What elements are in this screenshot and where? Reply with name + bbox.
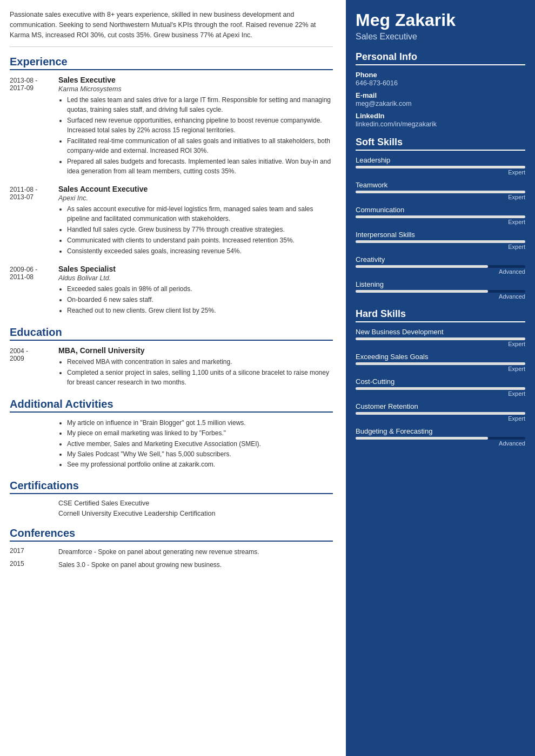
edu-1-dates: 2004 - 2009	[10, 346, 58, 388]
list-item: As sales account executive for mid-level…	[67, 204, 333, 224]
certifications-section: Certifications CSE Certified Sales Execu…	[10, 480, 333, 517]
hard-skills-title: Hard Skills	[356, 308, 525, 322]
list-item: Communicated with clients to understand …	[67, 235, 333, 245]
skill-cost-cutting-bar	[356, 387, 525, 390]
personal-info-title: Personal Info	[356, 51, 525, 65]
skill-sales-goals-label: Expert	[356, 366, 525, 372]
job-2-bullets: As sales account executive for mid-level…	[58, 204, 333, 256]
list-item: Handled full sales cycle. Grew business …	[67, 225, 333, 234]
personal-info-section: Personal Info Phone 646-873-6016 E-mail …	[356, 51, 525, 128]
job-3-bullets: Exceeded sales goals in 98% of all perio…	[58, 284, 333, 315]
conf-2: 2015 Sales 3.0 - Spoke on panel about gr…	[10, 560, 333, 570]
list-item: See my professional portfolio online at …	[67, 460, 333, 470]
skill-leadership-name: Leadership	[356, 156, 525, 164]
skill-teamwork-label: Expert	[356, 194, 525, 200]
right-column: Meg Zakarik Sales Executive Personal Inf…	[346, 0, 535, 756]
skill-cost-cutting: Cost-Cutting Expert	[356, 377, 525, 397]
activities-section: Additional Activities My article on infl…	[10, 398, 333, 470]
job-1-bullets: Led the sales team and sales drive for a…	[58, 95, 333, 176]
job-1-company: Karma Microsystems	[58, 85, 333, 93]
list-item: Active member, Sales and Marketing Execu…	[67, 439, 333, 449]
summary-text: Passionate sales executive with 8+ years…	[10, 10, 333, 47]
list-item: My article on influence in "Brain Blogge…	[67, 418, 333, 428]
list-item: Completed a senior project in sales, sel…	[67, 368, 333, 387]
phone-label: Phone	[356, 71, 525, 79]
conferences-title: Conferences	[10, 527, 333, 542]
list-item: Exceeded sales goals in 98% of all perio…	[67, 284, 333, 294]
skill-customer-retention-label: Expert	[356, 415, 525, 422]
edu-1: 2004 - 2009 MBA, Cornell University Rece…	[10, 346, 333, 388]
education-section: Education 2004 - 2009 MBA, Cornell Unive…	[10, 326, 333, 388]
skill-listening-bar	[356, 290, 525, 293]
skill-budgeting-bar	[356, 437, 525, 440]
skill-leadership-bar	[356, 166, 525, 168]
skill-customer-retention: Customer Retention Expert	[356, 402, 525, 422]
skill-cost-cutting-name: Cost-Cutting	[356, 377, 525, 386]
job-2-company: Apexi Inc.	[58, 194, 333, 202]
skill-leadership-label: Expert	[356, 169, 525, 176]
list-item: Prepared all sales budgets and forecasts…	[67, 157, 333, 176]
name-block: Meg Zakarik Sales Executive	[356, 11, 525, 42]
person-role: Sales Executive	[356, 32, 525, 42]
skill-new-biz-dev-name: New Business Development	[356, 328, 525, 336]
skill-creativity-bar	[356, 265, 525, 268]
skill-interpersonal-name: Interpersonal Skills	[356, 231, 525, 239]
skill-sales-goals-bar	[356, 362, 525, 365]
left-column: Passionate sales executive with 8+ years…	[0, 0, 346, 756]
certifications-content: CSE Certified Sales Executive Cornell Un…	[10, 500, 333, 517]
cert-1: CSE Certified Sales Executive	[58, 500, 333, 507]
list-item: Received MBA with concentration in sales…	[67, 357, 333, 367]
soft-skills-section: Soft Skills Leadership Expert Teamwork E…	[356, 137, 525, 300]
list-item: Led the sales team and sales drive for a…	[67, 95, 333, 114]
activities-bullets: My article on influence in "Brain Blogge…	[58, 418, 333, 470]
conf-2-desc: Sales 3.0 - Spoke on panel about growing…	[58, 560, 333, 570]
skill-interpersonal-label: Expert	[356, 244, 525, 250]
list-item: My Sales Podcast "Why We Sell," has 5,00…	[67, 449, 333, 460]
job-3-content: Sales Specialist Aldus Bolivar Ltd. Exce…	[58, 265, 333, 316]
list-item: My piece on email marketing was linked t…	[67, 428, 333, 438]
job-3-dates: 2009-06 - 2011-08	[10, 265, 58, 316]
job-3-company: Aldus Bolivar Ltd.	[58, 274, 333, 282]
job-1: 2013-08 - 2017-09 Sales Executive Karma …	[10, 76, 333, 177]
list-item: Surfaced new revenue opportunities, enha…	[67, 116, 333, 135]
activities-content: My article on influence in "Brain Blogge…	[10, 418, 333, 470]
job-2-content: Sales Account Executive Apexi Inc. As sa…	[58, 185, 333, 257]
skill-budgeting-label: Advanced	[356, 440, 525, 447]
skill-teamwork: Teamwork Expert	[356, 181, 525, 200]
certifications-title: Certifications	[10, 480, 333, 494]
skill-new-biz-dev-label: Expert	[356, 341, 525, 347]
skill-new-biz-dev: New Business Development Expert	[356, 328, 525, 347]
job-2: 2011-08 - 2013-07 Sales Account Executiv…	[10, 185, 333, 257]
conf-1-year: 2017	[10, 547, 58, 557]
person-name: Meg Zakarik	[356, 11, 525, 30]
skill-customer-retention-name: Customer Retention	[356, 402, 525, 410]
skill-new-biz-dev-bar	[356, 338, 525, 340]
experience-title: Experience	[10, 56, 333, 70]
skill-sales-goals-name: Exceeding Sales Goals	[356, 353, 525, 361]
job-2-title: Sales Account Executive	[58, 185, 333, 193]
skill-leadership: Leadership Expert	[356, 156, 525, 176]
skill-communication-bar	[356, 215, 525, 218]
skill-budgeting: Budgeting & Forecasting Advanced	[356, 427, 525, 447]
job-1-dates: 2013-08 - 2017-09	[10, 76, 58, 177]
list-item: Consistently exceeded sales goals, incre…	[67, 246, 333, 256]
job-3-title: Sales Specialist	[58, 265, 333, 273]
list-item: Facilitated real-time communication of a…	[67, 136, 333, 156]
skill-teamwork-bar	[356, 191, 525, 193]
email-value: meg@zakarik.com	[356, 100, 525, 107]
skill-communication: Communication Expert	[356, 206, 525, 225]
skill-budgeting-name: Budgeting & Forecasting	[356, 427, 525, 435]
list-item: Reached out to new clients. Grew client …	[67, 306, 333, 315]
skill-customer-retention-bar	[356, 412, 525, 415]
skill-sales-goals: Exceeding Sales Goals Expert	[356, 353, 525, 372]
conf-2-year: 2015	[10, 560, 58, 570]
skill-teamwork-name: Teamwork	[356, 181, 525, 189]
conferences-section: Conferences 2017 Dreamforce - Spoke on p…	[10, 527, 333, 570]
edu-1-bullets: Received MBA with concentration in sales…	[58, 357, 333, 387]
skill-creativity-name: Creativity	[356, 255, 525, 264]
skill-communication-name: Communication	[356, 206, 525, 214]
skill-interpersonal-bar	[356, 240, 525, 243]
skill-listening: Listening Advanced	[356, 280, 525, 300]
skill-interpersonal: Interpersonal Skills Expert	[356, 231, 525, 250]
conf-1: 2017 Dreamforce - Spoke on panel about g…	[10, 547, 333, 557]
